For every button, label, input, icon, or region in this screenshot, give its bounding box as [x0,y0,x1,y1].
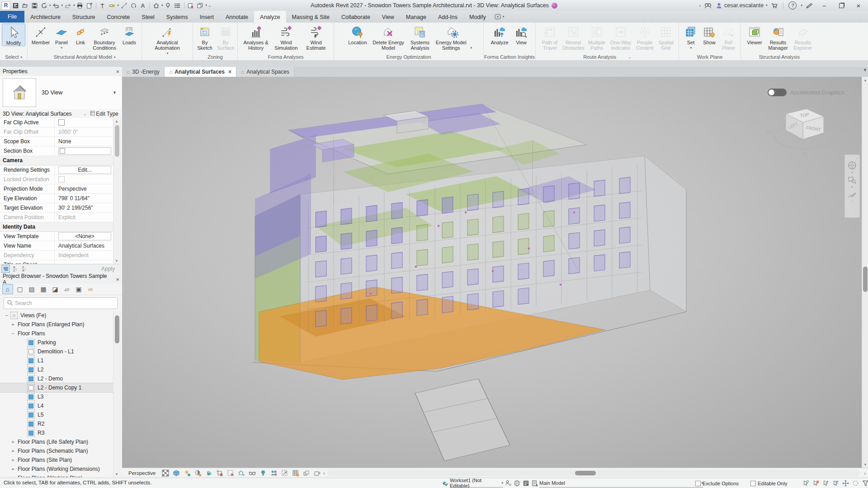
browser-3d-views-icon[interactable]: ▢ [15,285,25,294]
tab-systems[interactable]: Systems [160,11,194,23]
steering-wheel-icon[interactable] [848,161,857,170]
transfer-icon[interactable] [85,1,94,10]
tab-manage[interactable]: Manage [400,11,432,23]
tree-item[interactable]: L3 [0,392,113,401]
tree-item[interactable]: R2 [0,419,113,428]
properties-window-icon[interactable] [11,1,20,10]
pan-icon[interactable] [313,469,321,477]
viewpoint-icon[interactable] [164,1,173,10]
navbar-handle[interactable]: ○ [851,200,853,203]
systems-analysis-button[interactable]: Systems Analysis [407,23,433,51]
selection-ring-icon[interactable] [851,479,860,488]
viewcube-east[interactable]: E [839,125,843,132]
property-value[interactable]: Edit... [54,165,113,174]
orbit-fly-icon[interactable] [848,190,857,199]
select-links-toggle-icon[interactable] [801,479,810,488]
detail-level-icon[interactable] [161,469,169,477]
store-cart-icon[interactable] [771,2,778,9]
tree-item-selected[interactable]: L2 - Demo Copy 1 [0,383,113,392]
type-selector[interactable]: 3D View ▼ [0,76,121,110]
tree-item[interactable]: +Floor Plans (Schematic Plan) [0,446,113,455]
browser-schedules-icon[interactable]: ▤ [27,285,37,294]
tape-measure-icon[interactable] [108,1,117,10]
viewer-button[interactable]: Viewer [744,23,765,45]
workset-field[interactable]: Workset1 (Not Editable)▾ [450,479,503,488]
browser-sheets-icon[interactable]: ◪ [50,285,60,294]
property-value[interactable]: Perspective [54,184,113,193]
sort-za-icon[interactable]: ZA↓ [20,265,28,272]
member-button[interactable]: Member [30,23,52,45]
tree-item[interactable]: L5 [0,410,113,419]
path-of-travel-button[interactable]: Path of Travel [538,23,561,51]
section-icon[interactable] [119,1,128,10]
save-orientation-icon[interactable] [237,469,245,477]
switch-windows-dropdown[interactable]: ▾ [206,4,208,7]
tab-collaborate[interactable]: Collaborate [335,11,376,23]
browser-links-icon[interactable]: ∞ [85,285,95,294]
energy-model-settings-button[interactable]: Energy Model Settings▾ [433,23,472,51]
measure-icon[interactable] [98,1,107,10]
tab-architecture[interactable]: Architecture [24,11,66,23]
collapse-icon[interactable]: − [4,313,9,318]
delete-energy-model-button[interactable]: Delete Energy Model [370,23,407,51]
wind-simulation-button[interactable]: Wind Simulation [270,23,302,51]
assistant-icon[interactable] [552,3,557,9]
filter-properties-icon[interactable] [1,265,10,273]
tab-massing-site[interactable]: Massing & Site [286,11,335,23]
viewcube-west[interactable]: W [766,128,773,136]
exclude-options-checkbox[interactable]: Exclude Options [695,478,739,488]
shadows-icon[interactable] [194,469,202,477]
instance-dropdown-icon[interactable]: ⌄ [83,112,87,116]
tree-item[interactable]: L2 [0,365,113,374]
view-cube[interactable]: TOP FRONT LEFT W S E [760,102,850,163]
modify-button[interactable]: Modify [2,23,25,46]
redo-dropdown[interactable]: ▾ [73,4,75,7]
sort-az-icon[interactable]: AZ↓ [11,265,19,272]
ribbon-display-toggle[interactable]: ▾ [495,11,505,23]
reveal-hidden-elements-icon[interactable] [259,469,267,477]
property-value[interactable]: Analytical Surfaces [54,241,113,250]
undo-dropdown[interactable]: ▾ [61,4,63,7]
model-viewport[interactable]: Accelerated Graphics TOP FRONT LEFT W S … [122,77,862,468]
browser-search-box[interactable] [4,297,118,309]
tab-analyze[interactable]: Analyze [254,11,286,23]
project-browser-close-icon[interactable]: × [116,276,119,283]
tree-item[interactable]: Demolition - L1 [0,347,113,356]
expand-icon[interactable]: + [10,475,16,477]
viewcube-south[interactable]: S [802,150,807,159]
analyses-history-button[interactable]: Analyses & History [241,23,270,51]
filter-icon[interactable] [861,479,868,488]
show-button[interactable]: Show [700,23,719,45]
expand-icon[interactable]: + [10,322,16,327]
search-input[interactable] [13,300,117,307]
design-option-field[interactable]: Main Model▾ [539,479,703,488]
worksharing-display-icon[interactable] [270,469,278,477]
select-underlay-toggle-icon[interactable] [811,479,820,488]
restore-button[interactable] [835,0,848,11]
view-template-button[interactable]: <None> [58,232,111,240]
view-tab-3d-energy[interactable]: ⌂3D -Energy [122,67,165,77]
tree-item[interactable]: L2 - Demo [0,374,113,383]
hscroll-left-icon[interactable]: ‹ [321,470,327,476]
browser-home-icon[interactable]: ⌂ [2,284,13,294]
checkbox[interactable] [58,119,65,126]
property-value[interactable] [54,146,113,155]
horizontal-scrollbar[interactable] [327,470,860,476]
tree-item[interactable]: +Floor Plans (Life Safety Plan) [0,437,113,446]
tree-item[interactable]: L4 [0,401,113,410]
select-pinned-toggle-icon[interactable] [821,479,830,488]
analytical-automation-button[interactable]: Analytical Automation▾ [148,23,187,56]
property-value[interactable]: 30' 2 199/256" [54,203,113,212]
collapse-search-icon[interactable]: ‹ [699,3,701,8]
revit-logo-icon[interactable]: R [1,1,10,10]
close-inactive-icon[interactable] [186,1,195,10]
link-button[interactable]: Link [71,23,90,45]
help-icon[interactable]: ? [788,1,797,9]
by-surface-button[interactable]: By Surface [215,23,236,51]
switch-windows-icon[interactable] [196,1,205,10]
tab-file[interactable]: File [0,11,24,23]
properties-scrollbar[interactable]: ▲ ▼ [113,118,122,264]
drag-on-selection-toggle-icon[interactable] [841,479,850,488]
close-view-tab-icon[interactable]: × [228,69,231,75]
search-icon[interactable] [704,2,712,9]
